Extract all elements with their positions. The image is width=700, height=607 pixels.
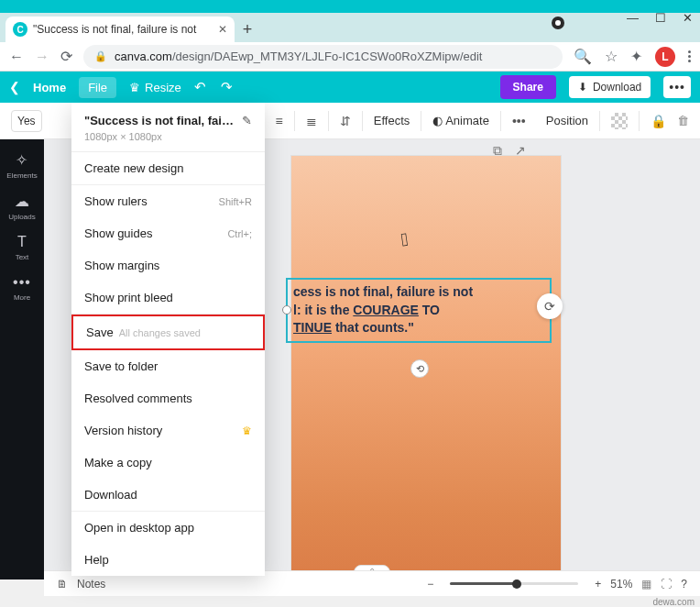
file-button[interactable]: File	[79, 77, 116, 98]
resize-handle-left[interactable]	[282, 305, 291, 315]
menu-version-history[interactable]: Version history♛	[71, 414, 265, 447]
browser-tab[interactable]: C "Success is not final, failure is not …	[5, 17, 235, 42]
search-icon[interactable]: 🔍	[574, 48, 592, 65]
window-minimize-icon[interactable]: —	[627, 11, 639, 25]
design-title[interactable]: "Success is not final, failur...	[84, 114, 235, 127]
reload-icon[interactable]: ⟳	[60, 48, 72, 65]
notes-icon[interactable]: 🗎	[57, 578, 68, 590]
window-maximize-icon[interactable]: ☐	[655, 11, 666, 25]
sidebar-item-text[interactable]: TText	[16, 234, 29, 261]
close-tab-icon[interactable]: ✕	[218, 23, 227, 36]
lock-icon: 🔒	[94, 50, 107, 62]
share-button[interactable]: Share	[500, 75, 556, 99]
animate-icon: ◐	[432, 114, 443, 127]
menu-show-rulers[interactable]: Show rulersShift+R	[71, 185, 265, 217]
menu-resolved-comments[interactable]: Resolved comments	[71, 382, 265, 414]
grid-view-icon[interactable]: ▦	[641, 578, 651, 590]
watermark: dewa.com	[652, 597, 695, 607]
menu-show-bleed[interactable]: Show print bleed	[71, 281, 265, 314]
uploads-icon: ☁	[15, 193, 29, 210]
text-icon: T	[17, 234, 27, 250]
menu-save[interactable]: SaveAll changes saved	[71, 315, 265, 350]
menu-open-desktop[interactable]: Open in desktop app	[71, 512, 265, 544]
menu-help[interactable]: Help	[71, 544, 265, 576]
spacing-icon[interactable]: ⇵	[340, 114, 351, 128]
list-icon[interactable]: ≣	[306, 114, 317, 128]
font-family-select[interactable]: Yes	[11, 110, 42, 132]
menu-show-guides[interactable]: Show guidesCtrl+;	[71, 217, 265, 249]
sidebar-item-more[interactable]: •••More	[13, 274, 31, 302]
extensions-icon[interactable]: ✦	[630, 48, 642, 65]
trash-icon[interactable]: 🗑	[677, 114, 689, 127]
zoom-in-icon[interactable]: +	[595, 578, 601, 590]
new-tab-button[interactable]: +	[235, 17, 260, 42]
menu-save-folder[interactable]: Save to folder	[71, 350, 265, 382]
refresh-canvas-icon[interactable]: ⟳	[537, 293, 563, 319]
rotate-handle-icon[interactable]: ⟲	[410, 359, 429, 378]
download-icon: ⬇	[578, 81, 587, 94]
home-button[interactable]: Home	[33, 81, 66, 94]
more-icon: •••	[13, 274, 31, 291]
file-menu-dropdown: "Success is not final, failur... ✎ 1080p…	[71, 103, 265, 576]
quote-text: cess is not final, failure is not l: it …	[293, 283, 544, 337]
selected-text-box[interactable]: cess is not final, failure is not l: it …	[286, 278, 552, 343]
star-icon[interactable]: ☆	[605, 48, 618, 65]
animate-button[interactable]: ◐ Animate	[432, 114, 489, 127]
sidebar-item-uploads[interactable]: ☁Uploads	[8, 193, 35, 221]
resize-button[interactable]: ♛Resize	[129, 81, 181, 94]
zoom-value[interactable]: 51%	[610, 578, 632, 590]
menu-make-copy[interactable]: Make a copy	[71, 447, 265, 479]
forward-icon: →	[35, 49, 49, 65]
browser-menu-icon[interactable]	[688, 50, 691, 62]
tab-title: "Success is not final, failure is not	[33, 23, 213, 36]
transparency-icon[interactable]	[611, 113, 628, 129]
crown-icon: ♛	[129, 81, 140, 94]
download-button[interactable]: ⬇Download	[569, 76, 651, 98]
profile-avatar[interactable]: L	[655, 47, 675, 67]
redo-icon[interactable]: ↷	[221, 79, 233, 95]
align-icon[interactable]: ≡	[276, 114, 283, 128]
fullscreen-icon[interactable]: ⛶	[661, 578, 672, 590]
menu-download[interactable]: Download	[71, 479, 265, 511]
account-indicator-icon[interactable]	[552, 17, 564, 29]
sidebar-item-elements[interactable]: ✧Elements	[6, 151, 37, 180]
help-bubble-icon[interactable]: ?	[681, 578, 687, 590]
bird-silhouette: 𓅯	[399, 229, 409, 251]
zoom-slider[interactable]	[450, 582, 578, 585]
canva-favicon: C	[13, 22, 27, 37]
more-button[interactable]: •••	[663, 76, 691, 98]
zoom-out-icon[interactable]: −	[427, 578, 433, 590]
position-button[interactable]: Position	[546, 114, 588, 127]
more-tools-icon[interactable]: •••	[512, 114, 526, 128]
address-bar[interactable]: 🔒 canva.com/design/DAEwp_MTM3Y/LJLFo-IC1…	[83, 45, 563, 69]
edit-title-icon[interactable]: ✎	[242, 114, 252, 127]
lock-tool-icon[interactable]: 🔒	[651, 114, 666, 128]
elements-icon: ✧	[16, 151, 27, 169]
effects-button[interactable]: Effects	[374, 114, 410, 127]
crown-icon: ♛	[242, 425, 252, 437]
menu-create-new[interactable]: Create new design	[71, 152, 265, 184]
design-canvas[interactable]: 𓅯 cess is not final, failure is not l: i…	[291, 156, 561, 579]
canva-back-icon[interactable]: ❮	[9, 80, 20, 94]
design-dimensions: 1080px × 1080px	[84, 131, 252, 142]
undo-icon[interactable]: ↶	[194, 79, 206, 95]
menu-show-margins[interactable]: Show margins	[71, 249, 265, 281]
notes-button[interactable]: Notes	[77, 578, 105, 590]
back-icon[interactable]: ←	[9, 49, 24, 65]
window-close-icon[interactable]: ✕	[683, 11, 693, 25]
